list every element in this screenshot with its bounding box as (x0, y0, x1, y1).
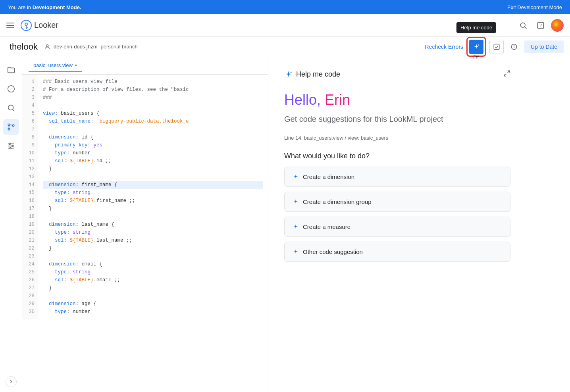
sliders-icon (7, 142, 15, 150)
up-to-date-button[interactable]: Up to Date (524, 40, 564, 53)
help-me-code-button[interactable] (469, 40, 483, 54)
code-line-15: type: string (43, 189, 263, 197)
folder-icon (7, 65, 15, 74)
sparkle-icon-2 (293, 199, 299, 205)
editor-tab-basic-users[interactable]: basic_users.view ▾ (29, 59, 82, 72)
code-line-2: # For a description of view files, see t… (43, 86, 263, 94)
svg-line-6 (525, 27, 527, 29)
code-line-5: view: basic_users { (43, 110, 263, 117)
hamburger-menu-button[interactable] (6, 21, 16, 30)
code-line-8: dimension: id { (43, 133, 263, 141)
svg-point-18 (8, 124, 10, 126)
sidebar-item-search[interactable] (3, 100, 19, 116)
validate-icon (493, 43, 500, 50)
greeting: Hello, Erin (284, 92, 510, 108)
svg-point-26 (10, 148, 11, 149)
code-line-1: ### Basic users view file (43, 78, 263, 86)
code-line-21: sql: ${TABLE}.last_name ;; (43, 236, 263, 244)
branch-info: dev-erin-docs-jhzm personal branch (44, 44, 138, 50)
tab-dropdown-icon: ▾ (75, 63, 77, 67)
code-text-area: ### Basic users view file # For a descri… (38, 75, 268, 319)
sidebar-expand-button[interactable] (6, 376, 17, 387)
svg-point-5 (520, 23, 525, 27)
code-content[interactable]: 1 2 3 4 5 6 7 8 9 10 11 12 13 14 15 16 1 (22, 75, 268, 392)
user-branch-icon (44, 44, 50, 50)
svg-rect-10 (494, 44, 499, 50)
expand-panel-button[interactable] (503, 70, 510, 79)
svg-point-9 (46, 44, 48, 46)
code-line-20: type: string (43, 229, 263, 236)
greeting-hello: Hello, (284, 92, 321, 108)
code-line-3: ### (43, 94, 263, 102)
editor-tab-bar: basic_users.view ▾ (22, 57, 268, 75)
svg-point-19 (8, 128, 10, 130)
code-line-26: sql: ${TABLE}.email ;; (43, 276, 263, 284)
chevron-right-icon (8, 379, 14, 384)
code-line-18 (43, 213, 263, 221)
svg-point-2 (25, 23, 27, 25)
left-sidebar (0, 57, 22, 392)
code-line-19: dimension: last_name { (43, 221, 263, 229)
line-numbers: 1 2 3 4 5 6 7 8 9 10 11 12 13 14 15 16 1 (22, 75, 38, 319)
suggestion-create-dimension-group[interactable]: Create a dimension group (284, 192, 510, 212)
nav-right: ? (516, 18, 564, 33)
sparkle-title-icon (284, 70, 293, 79)
code-line-17: } (43, 205, 263, 213)
branch-name: dev-erin-docs-jhzm (54, 44, 98, 50)
suggestion-create-measure[interactable]: Create a measure (284, 217, 510, 237)
svg-point-25 (12, 145, 13, 147)
suggestion-other-code[interactable]: Other code suggestion (284, 242, 510, 262)
recheck-errors-button[interactable]: Recheck Errors (425, 44, 463, 50)
dev-banner-message: You are in Development Mode. (8, 4, 81, 10)
what-label: What would you like to do? (284, 152, 510, 160)
code-lines: 1 2 3 4 5 6 7 8 9 10 11 12 13 14 15 16 1 (22, 75, 268, 319)
sidebar-item-explore[interactable] (3, 81, 19, 97)
code-line-29: dimension: age { (43, 300, 263, 308)
svg-point-14 (8, 86, 14, 92)
project-bar: thelook dev-erin-docs-jhzm personal bran… (0, 37, 570, 57)
code-line-6: sql_table_name: `bigquery-public-data.th… (43, 117, 263, 125)
code-line-25: type: string (43, 268, 263, 276)
project-name: thelook (10, 42, 38, 52)
context-line: Line 14: basic_users.view / view: basic_… (284, 135, 510, 141)
code-line-9: primary_key: yes (43, 141, 263, 149)
main-container: basic_users.view ▾ 1 2 3 4 5 6 7 8 9 10 … (0, 57, 570, 392)
dev-banner: You are in Development Mode. Exit Develo… (0, 0, 570, 14)
help-me-code-highlighted-container: Help me code ☞ (466, 37, 486, 57)
suggestion-create-dimension[interactable]: Create a dimension (284, 167, 510, 187)
exit-dev-mode-button[interactable]: Exit Development Mode (507, 4, 562, 10)
expand-icon (503, 70, 510, 77)
help-me-code-tooltip: Help me code (456, 22, 496, 33)
info-button[interactable] (507, 40, 521, 54)
code-line-13 (43, 173, 263, 181)
nav-left: Looker (6, 20, 58, 31)
help-button[interactable]: ? (533, 18, 548, 33)
greeting-name: Erin (325, 92, 350, 108)
code-editor: basic_users.view ▾ 1 2 3 4 5 6 7 8 9 10 … (22, 57, 268, 392)
sidebar-item-files[interactable] (3, 62, 19, 78)
code-line-24: dimension: email { (43, 260, 263, 268)
sidebar-item-settings[interactable] (3, 138, 19, 154)
dev-banner-text: You are in Development Mode. (8, 4, 81, 10)
svg-line-28 (504, 74, 506, 76)
code-line-11: sql: ${TABLE}.id ;; (43, 157, 263, 165)
svg-line-17 (13, 110, 14, 111)
compass-icon (7, 85, 15, 93)
sparkle-icon-3 (293, 224, 299, 230)
svg-line-27 (508, 71, 510, 73)
code-line-22: } (43, 244, 263, 252)
svg-point-16 (8, 105, 13, 110)
help-subtitle: Get code suggestions for this LookML pro… (284, 115, 510, 124)
code-line-14: dimension: first_name { (43, 181, 263, 189)
help-panel-header: Help me code (284, 70, 510, 79)
svg-point-20 (12, 125, 14, 127)
project-bar-right: Recheck Errors Help me code ☞ Up to (425, 37, 564, 57)
validate-button[interactable] (489, 40, 504, 54)
search-button[interactable] (516, 18, 530, 33)
sparkle-icon (473, 43, 480, 50)
svg-point-24 (9, 143, 10, 145)
sidebar-item-git[interactable] (3, 119, 19, 135)
code-line-7 (43, 125, 263, 133)
user-avatar[interactable] (551, 19, 564, 32)
help-me-code-panel: Help me code Hello, Erin Get code sugges… (268, 57, 526, 392)
